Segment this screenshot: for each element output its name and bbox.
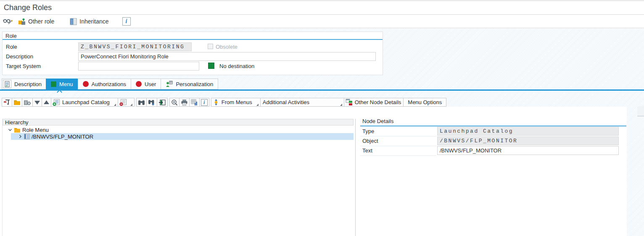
obsolete-checkbox [208,44,213,49]
node-info-button[interactable]: i [199,98,209,107]
destination-status-icon [208,63,214,69]
report-gear-icon [24,99,31,106]
node-details-panel: Node Details Type Object Text [360,118,626,236]
scrollbar-track[interactable] [637,106,644,116]
tree-row-role-menu[interactable]: Role Menu [3,126,354,133]
red-status-circle-icon [136,81,142,87]
from-menus-button[interactable]: From Menus [211,98,261,107]
application-toolbar: Other role Inheritance i [0,15,644,28]
tab-authorizations-label: Authorizations [92,81,126,87]
role-menu-tree: Role Menu /BNWVS/FLP_MONITOR [3,126,354,140]
title-bar: Change Roles [0,1,644,15]
other-role-button[interactable]: Other role [16,16,56,26]
tab-strip: Description Menu Authorizations User Per… [2,79,218,89]
table-chart-icon [191,99,198,106]
tab-user[interactable]: User [131,79,161,89]
find-button[interactable] [136,98,147,107]
description-input[interactable] [78,52,376,61]
panel-splitter[interactable] [355,119,356,236]
target-system-input[interactable] [78,62,199,71]
hierarchy-header: Hierarchy [3,119,354,126]
info-icon: i [122,17,131,26]
object-input[interactable] [437,136,619,145]
tree-label-flp-monitor[interactable]: /BNWVS/FLP_MONITOR [32,134,93,140]
type-label: Type [362,128,374,134]
tree-label-role-menu[interactable]: Role Menu [22,127,49,133]
role-field-row: Role Obsolete [3,42,383,51]
tab-strip-underline [0,89,644,91]
tab-personalization-label: Personalization [176,81,213,87]
type-input[interactable] [437,127,619,136]
zoom-in-button[interactable] [169,98,179,107]
translate-node-button[interactable] [157,98,168,107]
print-button[interactable] [179,98,190,107]
insert-report-button[interactable] [22,98,33,107]
from-menus-icon [213,99,219,106]
hierarchy-panel: Hierarchy Role Menu [2,119,354,236]
node-row-text: Text [360,146,626,156]
text-label: Text [362,147,372,154]
other-node-details-icon [346,99,353,106]
info-button[interactable]: i [121,16,132,26]
inheritance-button[interactable]: Inheritance [68,16,110,26]
role-field-label: Role [6,44,17,50]
role-input[interactable] [78,42,192,51]
node-details-header: Node Details [360,118,626,126]
menu-toolbar: Launchpad Catalog [2,98,446,107]
tab-authorizations[interactable]: Authorizations [78,79,131,89]
other-node-details-label: Other Node Details [354,99,402,105]
green-status-square-icon [51,81,56,87]
person-icon [166,81,173,87]
other-node-details-button[interactable]: Other Node Details [344,98,404,107]
dropdown-corner-icon[interactable] [254,98,259,106]
inheritance-label: Inheritance [79,18,108,25]
other-role-label: Other role [28,18,54,25]
dropdown-corner-icon[interactable] [338,98,343,106]
binoculars-plus-icon [148,99,156,106]
dropdown-corner-icon[interactable] [112,98,116,106]
table-view-button[interactable] [189,98,200,107]
obsolete-label: Obsolete [216,44,238,50]
tab-personalization[interactable]: Personalization [161,79,218,89]
folder-icon [13,99,21,105]
description-field-label: Description [6,53,33,60]
printer-icon [181,99,188,106]
launchpad-catalog-label: Launchpad Catalog [61,99,111,105]
object-label: Object [362,138,378,144]
additional-activities-button[interactable]: Additional Activities [260,98,344,107]
transaction-icon [3,99,11,106]
tab-menu[interactable]: Menu [46,79,78,89]
triangle-up-icon [43,100,50,105]
triangle-down-icon [34,100,40,105]
other-role-icon [18,18,26,26]
additional-activities-label: Additional Activities [262,99,310,105]
delete-node-button[interactable] [118,98,135,107]
chevron-right-icon[interactable] [18,134,22,139]
toggle-display-change-button[interactable] [1,16,15,26]
import-box-icon [158,99,166,106]
move-up-button[interactable] [42,98,51,107]
tab-menu-label: Menu [59,81,73,87]
glasses-pencil-icon [3,18,13,25]
tree-row-flp-monitor[interactable]: /BNWVS/FLP_MONITOR [11,133,354,140]
dropdown-corner-icon[interactable] [128,98,133,106]
target-system-field-label: Target System [6,63,41,69]
info-icon: i [201,99,208,106]
node-row-type: Type [360,127,626,136]
find-next-button[interactable] [146,98,157,107]
catalog-icon [24,134,30,139]
delete-icon [119,99,127,106]
destination-status-label: No destination [219,63,254,69]
target-system-field-row: Target System No destination [3,61,383,71]
tab-description[interactable]: Description [2,79,46,89]
chevron-down-icon[interactable] [8,128,12,132]
insert-launchpad-catalog-button[interactable]: Launchpad Catalog [51,98,118,107]
create-folder-button[interactable] [12,98,22,107]
folder-icon [14,127,21,133]
menu-options-button[interactable]: Menu Options [403,98,446,107]
insert-transaction-button[interactable] [2,98,12,107]
move-down-button[interactable] [32,98,42,107]
node-row-object: Object [360,136,626,146]
text-input[interactable] [437,146,619,155]
document-icon [3,80,11,88]
